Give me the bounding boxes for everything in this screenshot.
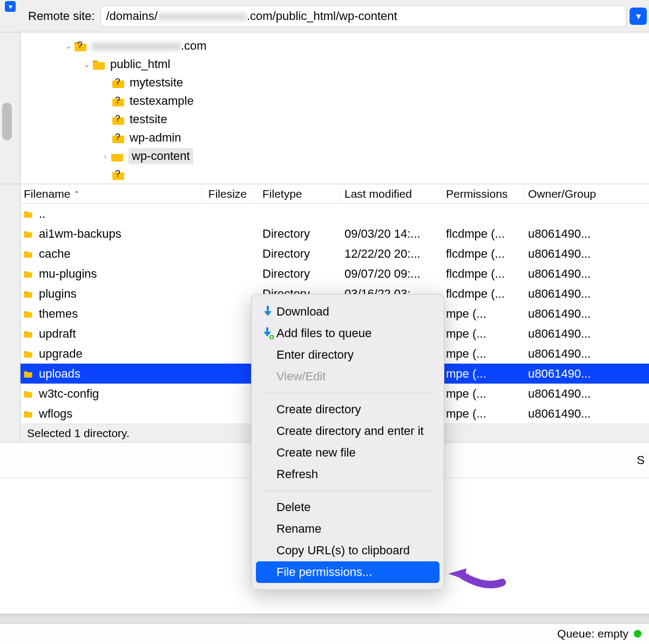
folder-icon: [21, 229, 36, 239]
download-queue-icon: [260, 327, 275, 339]
ctx-delete[interactable]: Delete: [256, 497, 440, 518]
ctx-label: Create new file: [276, 446, 356, 460]
list-header[interactable]: Filename⌃ Filesize Filetype Last modifie…: [21, 184, 649, 204]
ctx-refresh[interactable]: Refresh: [256, 464, 440, 485]
folder-icon: [21, 388, 36, 399]
ctx-create-directory-enter[interactable]: Create directory and enter it: [256, 420, 440, 442]
cell-filename: ..: [36, 207, 202, 221]
cell-owner: u8061490...: [525, 247, 649, 261]
tree-gutter: [0, 32, 21, 184]
connection-led-icon: [634, 630, 641, 638]
cell-owner: u8061490...: [525, 347, 649, 361]
tree-label-redacted: xxxxxxxxxxxxxxx: [92, 39, 181, 53]
download-arrow-icon: [260, 306, 275, 318]
cell-permissions: mpe (...: [443, 307, 525, 321]
chevron-down-icon[interactable]: ⌄: [64, 42, 73, 50]
ctx-separator: [262, 393, 433, 393]
cell-filename: uploads: [36, 367, 202, 381]
cell-lastmod: 09/07/20 09:...: [341, 267, 443, 281]
ctx-copy-urls[interactable]: Copy URL(s) to clipboard: [256, 540, 440, 561]
cell-owner: u8061490...: [525, 407, 649, 421]
ctx-file-permissions[interactable]: File permissions...: [256, 561, 440, 583]
cell-owner: u8061490...: [525, 287, 649, 301]
tree-label: mytestsite: [130, 76, 183, 90]
ctx-create-file[interactable]: Create new file: [256, 442, 440, 464]
folder-icon: [21, 368, 36, 379]
sort-asc-icon: ⌃: [73, 190, 80, 198]
tree-row-child[interactable]: ? wp-admin: [21, 129, 649, 147]
col-filetype[interactable]: Filetype: [259, 184, 341, 203]
ctx-label: View/Edit: [276, 370, 326, 384]
scroll-handle[interactable]: [2, 103, 12, 140]
col-permissions[interactable]: Permissions: [443, 184, 525, 203]
list-gutter: [0, 184, 21, 442]
cell-owner: u8061490...: [525, 307, 649, 321]
remote-path-input[interactable]: /domains/xxxxxxxxxxxxxxx.com/public_html…: [100, 5, 627, 27]
folder-open-icon: [110, 150, 124, 162]
chevron-right-icon[interactable]: ›: [100, 152, 110, 160]
cell-owner: u8061490...: [525, 387, 649, 401]
directory-tree[interactable]: ⌄ ? xxxxxxxxxxxxxxx.com ⌄ public_html ?: [21, 32, 649, 184]
remote-site-bar: ▾ Remote site: /domains/xxxxxxxxxxxxxxx.…: [0, 0, 649, 32]
tree-row-public-html[interactable]: ⌄ public_html: [21, 55, 649, 73]
tree-row-cutoff[interactable]: ?: [21, 165, 649, 184]
col-filename[interactable]: Filename⌃: [21, 184, 202, 203]
tree-row-child[interactable]: ? testexample: [21, 92, 649, 110]
cell-permissions: mpe (...: [443, 367, 525, 381]
ctx-label: Enter directory: [276, 348, 354, 362]
tree-row-root[interactable]: ⌄ ? xxxxxxxxxxxxxxx.com: [21, 37, 649, 55]
ctx-label: File permissions...: [276, 565, 372, 579]
tree-row-selected[interactable]: › wp-content: [21, 147, 649, 165]
file-row[interactable]: cacheDirectory12/22/20 20:...flcdmpe (..…: [21, 244, 649, 264]
ctx-add-queue[interactable]: Add files to queue: [256, 323, 440, 344]
ctx-separator: [262, 491, 433, 491]
ctx-download[interactable]: Download: [256, 301, 440, 323]
tree-row-child[interactable]: ? testsite: [21, 110, 649, 129]
remote-site-label: Remote site:: [21, 9, 100, 23]
queue-col-tail: S: [637, 453, 645, 467]
tree-row-child[interactable]: ? mytestsite: [21, 73, 649, 92]
tree-label-selected: wp-content: [129, 148, 193, 164]
col-filesize[interactable]: Filesize: [202, 184, 251, 203]
ctx-rename[interactable]: Rename: [256, 518, 440, 540]
cell-filename: upgrade: [36, 347, 202, 361]
annotation-arrow-icon: [448, 561, 508, 589]
col-owner[interactable]: Owner/Group: [525, 184, 649, 203]
cell-filename: plugins: [36, 287, 202, 301]
splitter-bar[interactable]: [0, 614, 649, 623]
cell-permissions: mpe (...: [443, 347, 525, 361]
folder-icon: [21, 209, 36, 219]
cell-filename: themes: [36, 307, 202, 321]
cell-filename: ai1wm-backups: [36, 227, 202, 241]
tree-label: wp-admin: [130, 131, 181, 145]
folder-icon: [21, 348, 36, 359]
cell-lastmod: 09/03/20 14:...: [341, 227, 443, 241]
ctx-create-directory[interactable]: Create directory: [256, 399, 440, 420]
history-dropdown-icon[interactable]: ▾: [5, 1, 16, 12]
cell-filename: mu-plugins: [36, 267, 202, 281]
col-lastmod[interactable]: Last modified: [341, 184, 443, 203]
chevron-down-icon[interactable]: ⌄: [82, 60, 92, 69]
file-row[interactable]: ..: [21, 204, 649, 224]
ctx-label: Create directory: [276, 403, 361, 417]
folder-icon: [21, 249, 36, 259]
cell-owner: u8061490...: [525, 267, 649, 281]
folder-question-icon: ?: [111, 113, 125, 125]
cell-owner: u8061490...: [525, 227, 649, 241]
tree-label-root-suffix: .com: [181, 39, 207, 53]
ctx-enter-directory[interactable]: Enter directory: [256, 344, 440, 366]
ctx-label: Delete: [276, 500, 311, 514]
cell-filetype: Directory: [259, 247, 341, 261]
folder-question-icon: ?: [111, 169, 125, 180]
cell-permissions: mpe (...: [443, 387, 525, 401]
path-redacted: xxxxxxxxxxxxxxx: [158, 9, 247, 23]
cell-lastmod: 12/22/20 20:...: [341, 247, 443, 261]
top-gutter: ▾: [0, 0, 21, 32]
ctx-label: Refresh: [276, 467, 318, 481]
file-row[interactable]: mu-pluginsDirectory09/07/20 09:...flcdmp…: [21, 264, 649, 284]
ctx-label: Add files to queue: [276, 326, 371, 340]
folder-icon: [21, 408, 36, 419]
folder-question-icon: ?: [73, 40, 87, 52]
path-dropdown-button[interactable]: ▾: [630, 8, 647, 25]
file-row[interactable]: ai1wm-backupsDirectory09/03/20 14:...flc…: [21, 224, 649, 244]
